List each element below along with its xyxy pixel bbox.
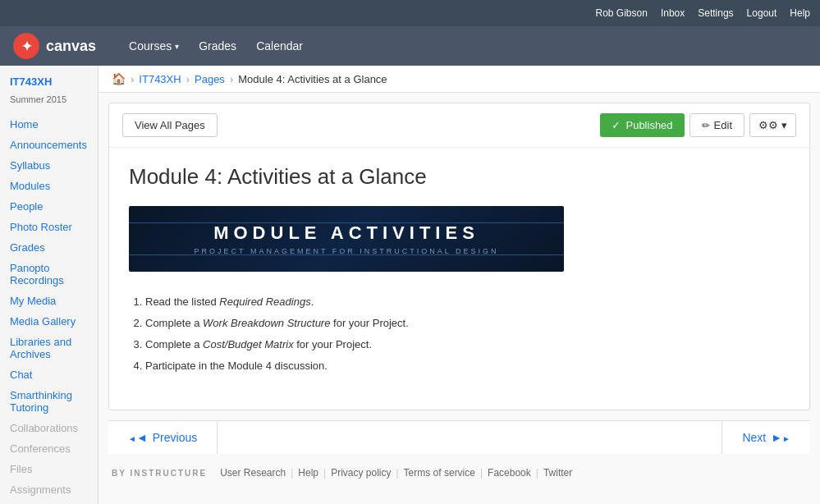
page-body: Module 4: Activities at a Glance MODULE … [109, 148, 809, 410]
breadcrumb: 🏠 › IT743XH › Pages › Module 4: Activiti… [98, 66, 820, 93]
footer-logo: BY INSTRUCTURE [112, 469, 207, 478]
top-bar: Rob Gibson Inbox Settings Logout Help [0, 0, 820, 26]
logo-icon: ✦ [13, 33, 39, 59]
main-nav: ✦ canvas Courses Grades Calendar [0, 26, 820, 66]
check-icon [612, 119, 621, 131]
sidebar-item-people[interactable]: People [0, 196, 98, 217]
activity-item-4: Participate in the Module 4 discussion. [145, 355, 790, 377]
footer-link-terms-of-service[interactable]: Terms of service [404, 467, 475, 479]
bottom-nav: ◄ Previous Next ► [108, 420, 810, 454]
sidebar-item-files: Files [0, 459, 98, 479]
settings-button[interactable]: ⚙ [749, 113, 796, 137]
calendar-nav-link[interactable]: Calendar [256, 39, 303, 53]
footer-link-user-research[interactable]: User Research [220, 467, 286, 479]
course-title: IT743XH [0, 76, 98, 94]
courses-caret [175, 42, 179, 51]
footer-link-twitter[interactable]: Twitter [543, 467, 572, 479]
breadcrumb-pages[interactable]: Pages [195, 73, 225, 85]
sidebar-item-media-gallery[interactable]: Media Gallery [0, 311, 98, 332]
course-subtitle: Summer 2015 [0, 94, 98, 114]
help-link[interactable]: Help [790, 7, 810, 19]
sidebar-item-discussions: Discussions [0, 500, 98, 504]
settings-link[interactable]: Settings [698, 7, 733, 19]
banner-title: MODULE ACTIVITIES [213, 222, 479, 244]
page-header: View All Pages Published Edit ⚙ [109, 103, 809, 148]
sidebar-item-announcements[interactable]: Announcements [0, 135, 98, 155]
activity-item-2: Complete a Work Breakdown Structure for … [145, 313, 790, 334]
arrow-right-icon: ► [771, 431, 790, 444]
edit-label: Edit [714, 119, 732, 131]
logout-link[interactable]: Logout [747, 7, 777, 19]
home-icon[interactable]: 🏠 [112, 72, 126, 85]
published-button[interactable]: Published [600, 113, 684, 137]
user-name[interactable]: Rob Gibson [596, 7, 648, 19]
breadcrumb-course[interactable]: IT743XH [139, 73, 181, 85]
page-actions: Published Edit ⚙ [600, 113, 796, 137]
next-label: Next [742, 431, 766, 444]
logo[interactable]: ✦ canvas [13, 33, 96, 59]
main-content: 🏠 › IT743XH › Pages › Module 4: Activiti… [98, 66, 820, 504]
footer-link-facebook[interactable]: Facebook [488, 467, 531, 479]
gear-icon: ⚙ [758, 119, 778, 131]
sidebar-item-libraries-and-archives[interactable]: Libraries and Archives [0, 332, 98, 364]
activities-list: Read the listed Required Readings.Comple… [129, 291, 790, 377]
published-label: Published [625, 119, 672, 131]
pencil-icon [702, 119, 710, 131]
page-layout: IT743XH Summer 2015 HomeAnnouncementsSyl… [0, 66, 820, 504]
view-all-pages-button[interactable]: View All Pages [122, 113, 218, 137]
sidebar-item-my-media[interactable]: My Media [0, 291, 98, 311]
inbox-link[interactable]: Inbox [661, 7, 685, 19]
sidebar-item-panopto-recordings[interactable]: Panopto Recordings [0, 258, 98, 291]
sidebar-item-modules[interactable]: Modules [0, 176, 98, 196]
previous-label: Previous [153, 431, 197, 444]
sidebar-item-smarthinking-tutoring[interactable]: Smarthinking Tutoring [0, 385, 98, 418]
arrow-left-icon: ◄ [128, 431, 148, 444]
next-button[interactable]: Next ► [722, 421, 810, 454]
previous-button[interactable]: ◄ Previous [108, 421, 218, 454]
grades-nav-link[interactable]: Grades [199, 39, 236, 53]
sidebar-item-photo-roster[interactable]: Photo Roster [0, 217, 98, 237]
sidebar: IT743XH Summer 2015 HomeAnnouncementsSyl… [0, 66, 98, 504]
settings-caret [781, 119, 787, 131]
module-banner: MODULE ACTIVITIES PROJECT MANAGEMENT FOR… [129, 206, 564, 272]
banner-line-top [129, 222, 564, 223]
sidebar-item-collaborations: Collaborations [0, 418, 98, 438]
banner-line-bottom [129, 254, 564, 255]
courses-nav-link[interactable]: Courses [129, 39, 179, 53]
activity-item-3: Complete a Cost/Budget Matrix for your P… [145, 334, 790, 355]
edit-button[interactable]: Edit [689, 113, 744, 137]
logo-text: canvas [46, 38, 96, 55]
footer-link-help[interactable]: Help [298, 467, 318, 479]
footer-link-privacy-policy[interactable]: Privacy policy [331, 467, 391, 479]
footer-links: User Research | Help | Privacy policy | … [220, 467, 572, 479]
sidebar-item-home[interactable]: Home [0, 114, 98, 135]
activity-item-1: Read the listed Required Readings. [145, 291, 790, 313]
sidebar-nav: HomeAnnouncementsSyllabusModulesPeoplePh… [0, 114, 98, 504]
sidebar-item-syllabus[interactable]: Syllabus [0, 155, 98, 176]
sidebar-item-assignments: Assignments [0, 479, 98, 500]
footer: BY INSTRUCTURE User Research | Help | Pr… [98, 454, 820, 492]
sidebar-item-grades[interactable]: Grades [0, 237, 98, 258]
content-area: View All Pages Published Edit ⚙ [108, 103, 810, 410]
sidebar-item-chat[interactable]: Chat [0, 364, 98, 385]
breadcrumb-current: Module 4: Activities at a Glance [238, 73, 387, 85]
page-title: Module 4: Activities at a Glance [129, 164, 790, 190]
sidebar-item-conferences: Conferences [0, 438, 98, 459]
